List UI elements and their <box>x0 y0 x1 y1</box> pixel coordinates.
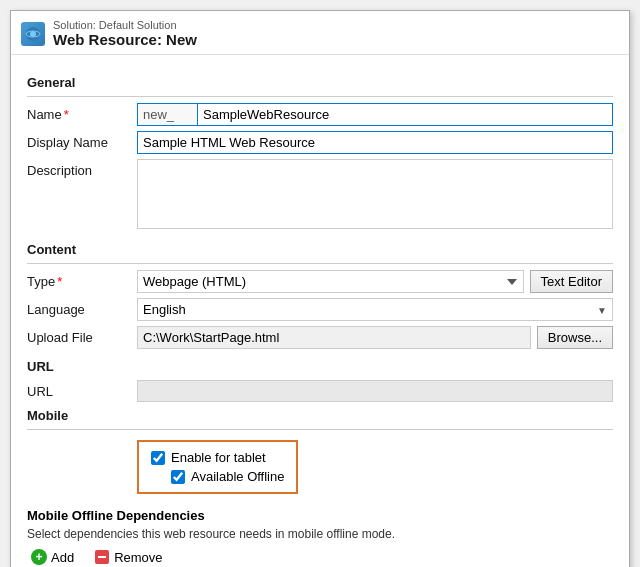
solution-icon <box>21 22 45 46</box>
url-section-header: URL <box>27 359 613 374</box>
enable-tablet-row: Enable for tablet <box>151 450 284 465</box>
available-offline-row: Available Offline <box>171 469 284 484</box>
add-label: Add <box>51 550 74 565</box>
name-field-group <box>137 103 613 126</box>
url-label: URL <box>27 380 137 399</box>
url-field <box>137 380 613 402</box>
name-value-input[interactable] <box>197 103 613 126</box>
display-name-row: Display Name <box>27 131 613 154</box>
language-field: English ▼ <box>137 298 613 321</box>
mobile-divider <box>27 429 613 430</box>
window-header: Solution: Default Solution Web Resource:… <box>11 11 629 55</box>
description-field <box>137 159 613 232</box>
language-row: Language English ▼ <box>27 298 613 321</box>
add-icon: + <box>31 549 47 565</box>
type-label: Type* <box>27 270 137 289</box>
mobile-section-header: Mobile <box>27 408 613 423</box>
mobile-deps-desc: Select dependencies this web resource ne… <box>27 527 613 541</box>
name-label: Name* <box>27 103 137 122</box>
svg-point-1 <box>30 31 36 37</box>
deps-toolbar: + Add Remove <box>27 547 613 567</box>
type-field: Webpage (HTML) Text Editor <box>137 270 613 293</box>
upload-file-row: Upload File C:\Work\StartPage.html Brows… <box>27 326 613 349</box>
description-label: Description <box>27 159 137 178</box>
url-display <box>137 380 613 402</box>
name-row: Name* <box>27 103 613 126</box>
upload-file-field: C:\Work\StartPage.html Browse... <box>137 326 613 349</box>
display-name-label: Display Name <box>27 131 137 150</box>
remove-dependency-button[interactable]: Remove <box>90 547 166 567</box>
language-label: Language <box>27 298 137 317</box>
browse-button[interactable]: Browse... <box>537 326 613 349</box>
content-section-header: Content <box>27 242 613 257</box>
display-name-field <box>137 131 613 154</box>
general-divider <box>27 96 613 97</box>
type-row: Type* Webpage (HTML) Text Editor <box>27 270 613 293</box>
available-offline-checkbox[interactable] <box>171 470 185 484</box>
mobile-deps-header: Mobile Offline Dependencies <box>27 508 613 523</box>
enable-tablet-checkbox[interactable] <box>151 451 165 465</box>
main-window: Solution: Default Solution Web Resource:… <box>10 10 630 567</box>
solution-label: Solution: Default Solution <box>53 19 197 31</box>
display-name-input[interactable] <box>137 131 613 154</box>
type-select[interactable]: Webpage (HTML) <box>137 270 524 293</box>
add-dependency-button[interactable]: + Add <box>27 547 78 567</box>
remove-label: Remove <box>114 550 162 565</box>
general-section-header: General <box>27 75 613 90</box>
available-offline-label: Available Offline <box>191 469 284 484</box>
content-divider <box>27 263 613 264</box>
url-row: URL <box>27 380 613 402</box>
upload-path-display: C:\Work\StartPage.html <box>137 326 531 349</box>
name-prefix-input[interactable] <box>137 103 197 126</box>
text-editor-button[interactable]: Text Editor <box>530 270 613 293</box>
page-title: Web Resource: New <box>53 31 197 48</box>
form-content: General Name* Display Name Description <box>11 55 629 567</box>
description-textarea[interactable] <box>137 159 613 229</box>
mobile-checkboxes-box: Enable for tablet Available Offline <box>137 440 298 494</box>
language-select[interactable]: English <box>137 298 613 321</box>
remove-icon <box>94 549 110 565</box>
description-row: Description <box>27 159 613 232</box>
header-text: Solution: Default Solution Web Resource:… <box>53 19 197 48</box>
upload-file-label: Upload File <box>27 326 137 345</box>
enable-tablet-label: Enable for tablet <box>171 450 266 465</box>
